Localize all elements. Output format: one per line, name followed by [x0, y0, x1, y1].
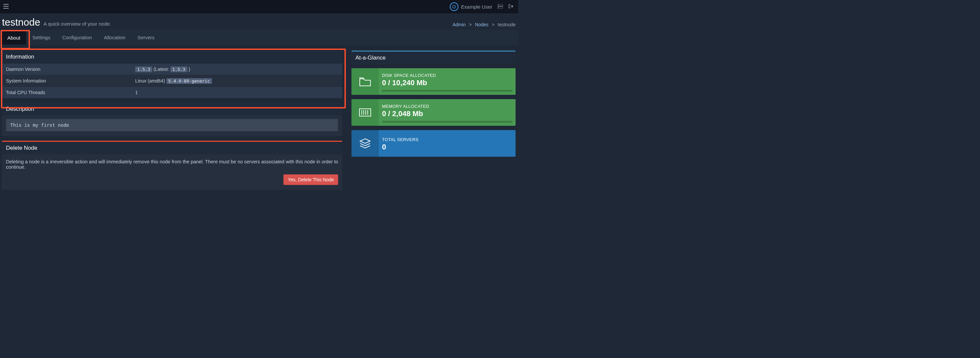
microchip-icon: [352, 99, 379, 126]
memory-value: 0 / 2,048 Mb: [382, 109, 512, 118]
tab-about-label: About: [7, 35, 20, 41]
tab-row: About Settings Configuration Allocation …: [0, 30, 518, 45]
information-panel: Information Daemon Version 1.5.3 (Latest…: [2, 51, 342, 98]
tab-settings-label: Settings: [32, 35, 50, 40]
hamburger-icon: [3, 4, 9, 10]
servers-label: TOTAL SERVERS: [382, 137, 512, 142]
description-text: This is my first node: [6, 119, 338, 131]
table-row: System Information Linux (amd64) 5.4.0-8…: [2, 75, 342, 87]
daemon-version-value-cell: 1.5.3 (Latest: 1.5.3 ): [131, 64, 342, 75]
tab-configuration[interactable]: Configuration: [56, 30, 98, 45]
svg-point-3: [498, 7, 499, 8]
description-panel: Description This is my first node: [2, 103, 342, 136]
table-row: Total CPU Threads 1: [2, 87, 342, 99]
breadcrumb-sep-icon: >: [490, 22, 496, 27]
tab-allocation-label: Allocation: [104, 35, 126, 40]
breadcrumb-sep-icon: >: [467, 22, 474, 27]
breadcrumb-active: testnode: [498, 22, 515, 27]
daemon-version-latest-code: 1.5.3: [170, 67, 187, 72]
folder-icon: [352, 68, 379, 95]
cpu-threads-value: 1: [131, 87, 342, 99]
system-info-value-cell: Linux (amd64) 5.4.0-89-generic: [131, 75, 342, 87]
disk-progress-bar: [382, 90, 512, 92]
disk-tile: DISK SPACE ALLOCATED 0 / 10,240 Mb: [352, 68, 515, 95]
information-table: Daemon Version 1.5.3 (Latest: 1.5.3 ) Sy…: [2, 63, 342, 98]
layers-icon: [352, 130, 379, 157]
power-icon: [450, 2, 458, 11]
at-a-glance-panel: At-a-Glance DISK SPACE ALLOCATED 0 / 10,…: [352, 51, 515, 157]
user-menu[interactable]: Example User: [450, 2, 492, 11]
server-icon: [498, 4, 503, 10]
daemon-version-latest-prefix: (Latest:: [153, 67, 170, 72]
tab-allocation[interactable]: Allocation: [98, 30, 132, 45]
delete-node-panel: Delete Node Deleting a node is a irrever…: [2, 141, 342, 190]
breadcrumb: Admin > Nodes > testnode: [452, 22, 516, 28]
delete-node-title: Delete Node: [2, 142, 342, 154]
table-row: Daemon Version 1.5.3 (Latest: 1.5.3 ): [2, 64, 342, 75]
delete-node-button[interactable]: Yes, Delete This Node: [283, 174, 338, 185]
username-label: Example User: [461, 4, 492, 10]
disk-value: 0 / 10,240 Mb: [382, 78, 512, 87]
system-info-kernel: 5.4.0-89-generic: [166, 78, 212, 84]
memory-progress-bar: [382, 121, 512, 123]
top-navbar: Example User: [0, 0, 518, 13]
delete-node-text: Deleting a node is a irreversible action…: [2, 154, 342, 174]
tab-servers-label: Servers: [138, 35, 155, 40]
servers-value: 0: [382, 143, 512, 151]
system-info-os: Linux (amd64): [135, 78, 166, 83]
tab-configuration-label: Configuration: [62, 35, 92, 40]
tab-about[interactable]: About: [1, 30, 26, 45]
logout-button[interactable]: [506, 2, 515, 11]
description-panel-title: Description: [2, 103, 342, 115]
daemon-version-latest-suffix: ): [189, 67, 190, 72]
page-header: testnode A quick overview of your node. …: [0, 13, 518, 30]
svg-point-2: [498, 5, 499, 5]
page-subtitle: A quick overview of your node.: [43, 21, 111, 27]
tab-settings[interactable]: Settings: [26, 30, 56, 45]
daemon-version-label: Daemon Version: [2, 64, 131, 75]
cpu-threads-label: Total CPU Threads: [2, 87, 131, 99]
tab-servers[interactable]: Servers: [132, 30, 161, 45]
page-title-text: testnode: [2, 17, 40, 28]
system-info-label: System Information: [2, 75, 131, 87]
server-link[interactable]: [496, 2, 505, 11]
memory-tile: MEMORY ALLOCATED 0 / 2,048 Mb: [352, 99, 515, 126]
breadcrumb-nodes[interactable]: Nodes: [475, 22, 488, 27]
information-panel-title: Information: [2, 51, 342, 63]
logout-icon: [508, 4, 514, 10]
servers-tile: TOTAL SERVERS 0: [352, 130, 515, 157]
page-title: testnode A quick overview of your node.: [2, 17, 111, 28]
breadcrumb-admin[interactable]: Admin: [452, 22, 466, 27]
daemon-version-code: 1.5.3: [135, 67, 152, 72]
disk-label: DISK SPACE ALLOCATED: [382, 73, 512, 78]
sidebar-toggle-button[interactable]: [1, 2, 11, 11]
memory-label: MEMORY ALLOCATED: [382, 104, 512, 109]
at-a-glance-title: At-a-Glance: [352, 51, 515, 64]
svg-rect-4: [360, 109, 371, 116]
